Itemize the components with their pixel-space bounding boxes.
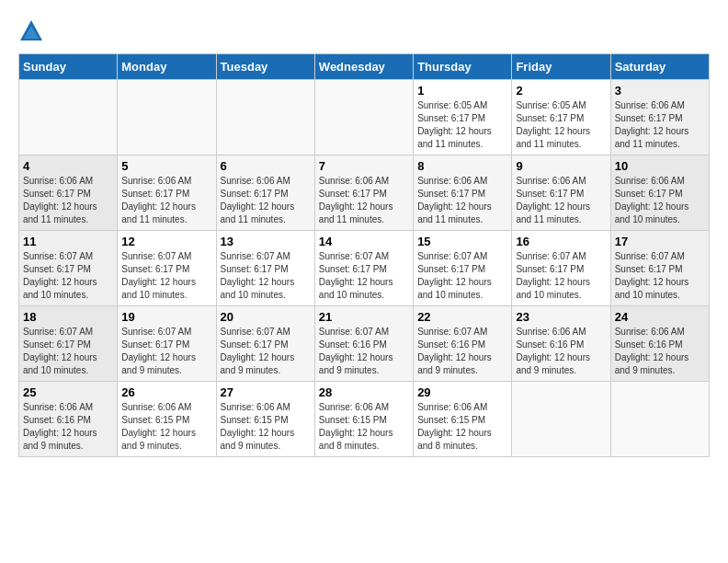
calendar-cell: 3Sunrise: 6:06 AM Sunset: 6:17 PM Daylig… — [610, 80, 709, 155]
day-number: 4 — [23, 159, 113, 173]
calendar-cell: 23Sunrise: 6:06 AM Sunset: 6:16 PM Dayli… — [512, 306, 610, 382]
calendar-cell: 7Sunrise: 6:06 AM Sunset: 6:17 PM Daylig… — [314, 155, 413, 231]
calendar-cell: 10Sunrise: 6:06 AM Sunset: 6:17 PM Dayli… — [610, 155, 709, 231]
calendar-cell: 29Sunrise: 6:06 AM Sunset: 6:15 PM Dayli… — [414, 382, 512, 457]
day-info: Sunrise: 6:07 AM Sunset: 6:17 PM Dayligh… — [516, 250, 606, 302]
day-number: 15 — [417, 235, 507, 248]
day-number: 12 — [121, 235, 211, 248]
day-info: Sunrise: 6:07 AM Sunset: 6:16 PM Dayligh… — [417, 326, 507, 377]
calendar-cell: 21Sunrise: 6:07 AM Sunset: 6:16 PM Dayli… — [314, 306, 413, 382]
day-info: Sunrise: 6:06 AM Sunset: 6:17 PM Dayligh… — [319, 175, 409, 226]
day-info: Sunrise: 6:06 AM Sunset: 6:17 PM Dayligh… — [221, 175, 311, 226]
day-number: 23 — [516, 310, 606, 324]
calendar-cell: 13Sunrise: 6:07 AM Sunset: 6:17 PM Dayli… — [216, 231, 314, 306]
day-info: Sunrise: 6:06 AM Sunset: 6:15 PM Dayligh… — [319, 401, 409, 453]
day-info: Sunrise: 6:06 AM Sunset: 6:17 PM Dayligh… — [23, 175, 113, 226]
calendar-header-wednesday: Wednesday — [314, 54, 413, 80]
day-info: Sunrise: 6:06 AM Sunset: 6:17 PM Dayligh… — [615, 175, 705, 226]
day-number: 22 — [417, 310, 507, 324]
day-info: Sunrise: 6:07 AM Sunset: 6:17 PM Dayligh… — [319, 250, 409, 302]
calendar-cell: 5Sunrise: 6:06 AM Sunset: 6:17 PM Daylig… — [118, 155, 216, 231]
calendar-cell: 27Sunrise: 6:06 AM Sunset: 6:15 PM Dayli… — [216, 382, 314, 457]
day-info: Sunrise: 6:07 AM Sunset: 6:17 PM Dayligh… — [121, 326, 211, 377]
calendar-cell: 28Sunrise: 6:06 AM Sunset: 6:15 PM Dayli… — [314, 382, 413, 457]
day-info: Sunrise: 6:06 AM Sunset: 6:17 PM Dayligh… — [615, 99, 705, 151]
day-info: Sunrise: 6:06 AM Sunset: 6:16 PM Dayligh… — [23, 401, 113, 453]
day-number: 18 — [23, 310, 113, 324]
day-info: Sunrise: 6:06 AM Sunset: 6:16 PM Dayligh… — [615, 326, 705, 377]
day-info: Sunrise: 6:07 AM Sunset: 6:17 PM Dayligh… — [221, 250, 311, 302]
calendar-cell: 25Sunrise: 6:06 AM Sunset: 6:16 PM Dayli… — [19, 382, 118, 457]
calendar-cell: 19Sunrise: 6:07 AM Sunset: 6:17 PM Dayli… — [118, 306, 216, 382]
logo-icon — [18, 18, 44, 44]
day-number: 21 — [319, 310, 409, 324]
calendar-week-row: 11Sunrise: 6:07 AM Sunset: 6:17 PM Dayli… — [19, 231, 710, 306]
day-number: 19 — [121, 310, 211, 324]
day-number: 27 — [221, 385, 311, 399]
calendar-cell — [19, 80, 118, 155]
page-header — [18, 18, 710, 44]
day-number: 26 — [121, 385, 211, 399]
day-info: Sunrise: 6:07 AM Sunset: 6:17 PM Dayligh… — [23, 326, 113, 377]
calendar-cell: 26Sunrise: 6:06 AM Sunset: 6:15 PM Dayli… — [118, 382, 216, 457]
day-number: 16 — [516, 235, 606, 248]
day-info: Sunrise: 6:07 AM Sunset: 6:17 PM Dayligh… — [121, 250, 211, 302]
day-info: Sunrise: 6:06 AM Sunset: 6:17 PM Dayligh… — [516, 175, 606, 226]
calendar-cell: 9Sunrise: 6:06 AM Sunset: 6:17 PM Daylig… — [512, 155, 610, 231]
day-number: 29 — [417, 385, 507, 399]
calendar-cell: 22Sunrise: 6:07 AM Sunset: 6:16 PM Dayli… — [414, 306, 512, 382]
day-number: 10 — [615, 159, 705, 173]
day-info: Sunrise: 6:07 AM Sunset: 6:17 PM Dayligh… — [221, 326, 311, 377]
calendar-header-row: SundayMondayTuesdayWednesdayThursdayFrid… — [19, 54, 710, 80]
day-number: 6 — [221, 159, 311, 173]
day-number: 1 — [417, 84, 507, 98]
day-number: 7 — [319, 159, 409, 173]
day-info: Sunrise: 6:06 AM Sunset: 6:17 PM Dayligh… — [121, 175, 211, 226]
calendar-cell: 24Sunrise: 6:06 AM Sunset: 6:16 PM Dayli… — [610, 306, 709, 382]
calendar-cell: 17Sunrise: 6:07 AM Sunset: 6:17 PM Dayli… — [610, 231, 709, 306]
calendar-cell: 18Sunrise: 6:07 AM Sunset: 6:17 PM Dayli… — [19, 306, 118, 382]
calendar-cell: 16Sunrise: 6:07 AM Sunset: 6:17 PM Dayli… — [512, 231, 610, 306]
calendar-cell — [216, 80, 314, 155]
calendar-cell: 6Sunrise: 6:06 AM Sunset: 6:17 PM Daylig… — [216, 155, 314, 231]
calendar-cell: 15Sunrise: 6:07 AM Sunset: 6:17 PM Dayli… — [414, 231, 512, 306]
calendar-cell — [512, 382, 610, 457]
day-info: Sunrise: 6:06 AM Sunset: 6:15 PM Dayligh… — [221, 401, 311, 453]
day-info: Sunrise: 6:07 AM Sunset: 6:16 PM Dayligh… — [319, 326, 409, 377]
calendar-week-row: 4Sunrise: 6:06 AM Sunset: 6:17 PM Daylig… — [19, 155, 710, 231]
calendar-header-monday: Monday — [118, 54, 216, 80]
day-number: 20 — [221, 310, 311, 324]
day-info: Sunrise: 6:05 AM Sunset: 6:17 PM Dayligh… — [417, 99, 507, 151]
day-number: 8 — [417, 159, 507, 173]
calendar-cell: 1Sunrise: 6:05 AM Sunset: 6:17 PM Daylig… — [414, 80, 512, 155]
calendar-header-tuesday: Tuesday — [216, 54, 314, 80]
calendar-cell: 12Sunrise: 6:07 AM Sunset: 6:17 PM Dayli… — [118, 231, 216, 306]
day-number: 9 — [516, 159, 606, 173]
day-number: 5 — [121, 159, 211, 173]
day-number: 25 — [23, 385, 113, 399]
logo — [18, 18, 48, 44]
day-number: 24 — [615, 310, 705, 324]
day-info: Sunrise: 6:06 AM Sunset: 6:17 PM Dayligh… — [417, 175, 507, 226]
calendar-cell — [314, 80, 413, 155]
calendar-cell: 14Sunrise: 6:07 AM Sunset: 6:17 PM Dayli… — [314, 231, 413, 306]
calendar-table: SundayMondayTuesdayWednesdayThursdayFrid… — [18, 53, 710, 457]
calendar-header-sunday: Sunday — [19, 54, 118, 80]
day-info: Sunrise: 6:07 AM Sunset: 6:17 PM Dayligh… — [615, 250, 705, 302]
day-number: 13 — [221, 235, 311, 248]
calendar-week-row: 1Sunrise: 6:05 AM Sunset: 6:17 PM Daylig… — [19, 80, 710, 155]
calendar-header-saturday: Saturday — [610, 54, 709, 80]
day-number: 11 — [23, 235, 113, 248]
day-info: Sunrise: 6:05 AM Sunset: 6:17 PM Dayligh… — [516, 99, 606, 151]
day-number: 14 — [319, 235, 409, 248]
calendar-cell: 8Sunrise: 6:06 AM Sunset: 6:17 PM Daylig… — [414, 155, 512, 231]
calendar-header-thursday: Thursday — [414, 54, 512, 80]
day-info: Sunrise: 6:06 AM Sunset: 6:15 PM Dayligh… — [417, 401, 507, 453]
day-number: 2 — [516, 84, 606, 98]
calendar-week-row: 18Sunrise: 6:07 AM Sunset: 6:17 PM Dayli… — [19, 306, 710, 382]
calendar-cell — [118, 80, 216, 155]
calendar-header-friday: Friday — [512, 54, 610, 80]
day-info: Sunrise: 6:06 AM Sunset: 6:16 PM Dayligh… — [516, 326, 606, 377]
calendar-cell: 20Sunrise: 6:07 AM Sunset: 6:17 PM Dayli… — [216, 306, 314, 382]
calendar-week-row: 25Sunrise: 6:06 AM Sunset: 6:16 PM Dayli… — [19, 382, 710, 457]
